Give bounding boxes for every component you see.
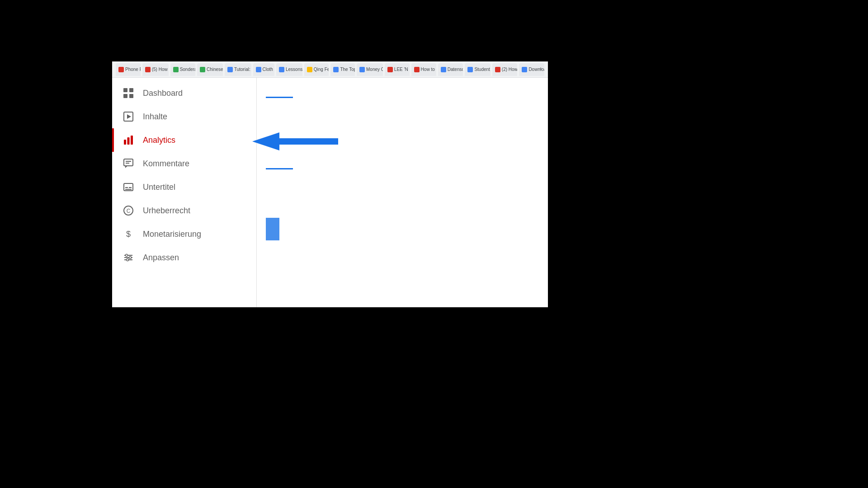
sidebar-label-monetarisierung: Monetarisierung (143, 230, 201, 239)
tab-9[interactable]: The Top 3 Platfo... (330, 63, 355, 76)
tab-5[interactable]: Tutorial: Eigene Fo... (225, 63, 251, 76)
sidebar-label-urheberrecht: Urheberrecht (143, 206, 190, 216)
copyright-icon: C (123, 205, 134, 216)
svg-rect-1 (129, 88, 133, 92)
sidebar-label-inhalte: Inhalte (143, 112, 167, 122)
browser-toolbar: Phone Recycling... (5) How Working a... … (112, 61, 548, 78)
minimize-button[interactable]: - (537, 65, 544, 72)
dashboard-icon (123, 88, 134, 99)
svg-point-24 (129, 257, 132, 259)
tab-favicon-7 (279, 67, 284, 72)
svg-marker-12 (125, 166, 127, 168)
arrow-annotation (252, 130, 338, 153)
tab-favicon-11 (387, 67, 393, 72)
tab-favicon-14 (467, 67, 473, 72)
tab-favicon-9 (333, 67, 339, 72)
svg-rect-6 (124, 140, 126, 145)
sidebar-item-analytics[interactable]: Analytics (112, 128, 256, 152)
tab-10[interactable]: Money Changes E... (357, 63, 383, 76)
subtitles-icon (123, 182, 134, 192)
analytics-icon (123, 135, 134, 145)
tab-favicon-13 (441, 67, 446, 72)
svg-rect-8 (131, 136, 133, 145)
tab-favicon-5 (227, 67, 233, 72)
tab-14[interactable]: Student Wants an... (465, 63, 490, 76)
sidebar-label-dashboard: Dashboard (143, 89, 183, 98)
svg-text:$: $ (126, 230, 131, 239)
tab-favicon-6 (256, 67, 261, 72)
main-content (257, 78, 548, 307)
tab-favicon-15 (495, 67, 500, 72)
sidebar-item-anpassen[interactable]: Anpassen (112, 246, 256, 269)
tab-12[interactable]: How to get more ... (411, 63, 436, 76)
svg-point-25 (127, 259, 129, 261)
sidebar-label-analytics: Analytics (143, 136, 175, 145)
tab-7[interactable]: Lessons Learned: ... (276, 63, 302, 76)
arrow-svg (252, 130, 338, 153)
tab-favicon-10 (359, 67, 365, 72)
svg-marker-26 (252, 132, 338, 150)
sidebar-item-inhalte[interactable]: Inhalte (112, 105, 256, 128)
svg-rect-7 (127, 137, 130, 145)
monetization-icon: $ (123, 229, 134, 239)
tab-favicon-4 (200, 67, 205, 72)
tab-4[interactable]: Chinese Variables... (197, 63, 223, 76)
tab-favicon-12 (414, 67, 420, 72)
tab-favicon-1 (118, 67, 124, 72)
sidebar: Dashboard Inhalte (112, 78, 257, 307)
svg-marker-5 (127, 114, 131, 119)
tab-15[interactable]: (2) How To Add A... (492, 63, 518, 76)
svg-rect-2 (123, 94, 127, 98)
comments-icon (123, 158, 134, 169)
svg-text:C: C (127, 208, 131, 214)
sidebar-item-kommentare[interactable]: Kommentare (112, 152, 256, 175)
customize-icon (123, 252, 134, 263)
sidebar-label-untertitel: Untertitel (143, 183, 175, 192)
play-icon (123, 111, 134, 122)
loading-bar-top (266, 97, 293, 98)
sidebar-label-anpassen: Anpassen (143, 253, 179, 263)
tab-8[interactable]: Qing Fei De Yi: T... (304, 63, 329, 76)
tab-13[interactable]: Datenschutz - Re... (438, 63, 463, 76)
sidebar-item-urheberrecht[interactable]: C Urheberrecht (112, 199, 256, 222)
tab-favicon-2 (145, 67, 151, 72)
svg-rect-3 (129, 94, 133, 98)
sidebar-item-dashboard[interactable]: Dashboard (112, 81, 256, 105)
sidebar-item-monetarisierung[interactable]: $ Monetarisierung (112, 222, 256, 246)
svg-rect-0 (123, 88, 127, 92)
loading-bar-mid (266, 168, 293, 169)
tab-2[interactable]: (5) How Working a... (142, 63, 169, 76)
svg-point-23 (126, 254, 128, 257)
content-area: Dashboard Inhalte (112, 78, 548, 307)
sidebar-label-kommentare: Kommentare (143, 159, 189, 169)
tab-1[interactable]: Phone Recycling... (116, 63, 141, 76)
loading-bar-bottom (266, 218, 279, 240)
svg-rect-9 (124, 159, 133, 166)
tab-6[interactable]: Cloth - Hotgit... (253, 63, 274, 76)
tab-favicon-3 (173, 67, 179, 72)
tab-favicon-16 (522, 67, 527, 72)
tab-3[interactable]: Sonderangebot! |... (170, 63, 195, 76)
tab-favicon-8 (307, 67, 312, 72)
tab-11[interactable]: LEE 'N HOUSE -... (385, 63, 410, 76)
sidebar-item-untertitel[interactable]: Untertitel (112, 175, 256, 199)
browser-window: Phone Recycling... (5) How Working a... … (112, 61, 548, 307)
